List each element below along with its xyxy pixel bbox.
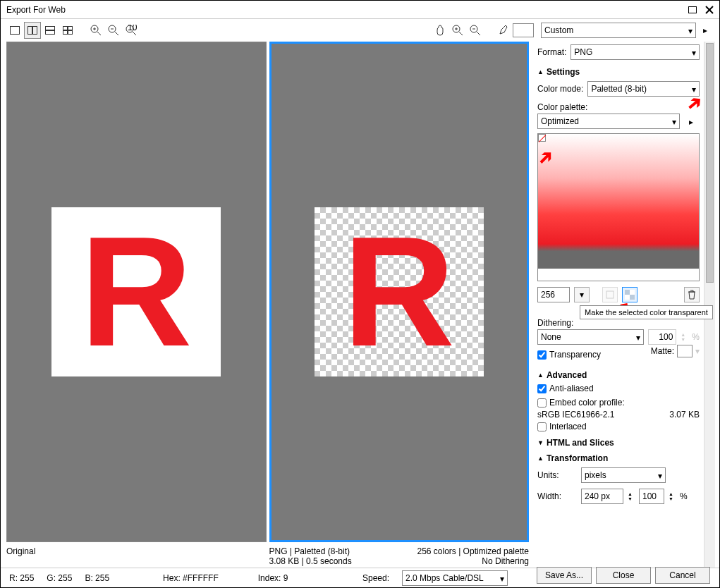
svg-rect-9 xyxy=(68,27,73,30)
interlaced-check[interactable] xyxy=(537,422,547,431)
status-hex: Hex: #FFFFFF xyxy=(163,573,219,583)
toolbar: 100 Custom ▾ ▸ xyxy=(1,19,719,42)
profile-size: 3.07 KB xyxy=(669,410,700,419)
close-icon[interactable] xyxy=(702,4,716,16)
matte-color xyxy=(677,345,692,357)
scrollbar[interactable] xyxy=(704,42,715,568)
palette-menu-icon[interactable]: ▸ xyxy=(683,114,700,130)
preview-optimized[interactable]: R xyxy=(269,42,530,542)
color-mode-label: Color mode: xyxy=(537,84,583,94)
svg-rect-5 xyxy=(33,27,37,35)
speed-combo[interactable]: 2.0 Mbps Cable/DSL▾ xyxy=(402,570,508,586)
chevron-down-icon: ▾ xyxy=(688,26,692,36)
preset-menu-icon[interactable]: ▸ xyxy=(697,22,714,39)
svg-rect-0 xyxy=(689,6,697,13)
svg-rect-29 xyxy=(606,291,614,298)
width-field[interactable]: 240 px xyxy=(581,489,623,504)
format-combo[interactable]: PNG▾ xyxy=(570,44,700,60)
profile-name: sRGB IEC61966-2.1 xyxy=(537,410,614,419)
svg-text:100: 100 xyxy=(128,25,137,32)
status-g: G: 255 xyxy=(47,573,72,583)
window-title: Export For Web xyxy=(4,5,683,15)
svg-rect-31 xyxy=(625,290,630,295)
opt-info-1l: PNG | Paletted (8-bit) xyxy=(269,546,350,556)
colors-count-field[interactable]: 256 xyxy=(537,287,570,302)
status-r: R: 255 xyxy=(9,573,34,583)
delete-color-icon[interactable] xyxy=(684,287,700,302)
preset-combo[interactable]: Custom ▾ xyxy=(541,23,696,38)
color-palette-grid[interactable]: ➔ xyxy=(537,133,700,281)
width-pct-field[interactable]: 100 xyxy=(639,489,664,504)
section-html[interactable]: ▼HTML and Slices xyxy=(537,438,700,448)
maximize-icon[interactable] xyxy=(685,4,700,16)
speed-label: Speed: xyxy=(362,573,389,583)
opt-info-2r: No Dithering xyxy=(482,556,529,566)
preview-original[interactable]: R xyxy=(6,42,267,542)
zoom-in-icon[interactable] xyxy=(87,22,104,39)
colors-dropdown-icon[interactable]: ▾ xyxy=(574,287,590,302)
side-panel: Format: PNG▾ ▲Settings Color mode: Palet… xyxy=(535,42,715,568)
eyedropper-icon[interactable] xyxy=(495,22,512,39)
svg-rect-6 xyxy=(46,27,55,30)
layout-2up-vert-icon[interactable] xyxy=(24,22,41,39)
svg-rect-11 xyxy=(68,31,73,35)
svg-line-13 xyxy=(97,32,101,35)
opt-info-2l: 3.08 KB | 0.5 seconds xyxy=(269,556,352,566)
zoom-100-icon[interactable]: 100 xyxy=(123,22,140,39)
status-b: B: 255 xyxy=(85,573,109,583)
make-transparent-icon[interactable] xyxy=(622,287,637,302)
tooltip: Make the selected color transparent xyxy=(580,305,713,319)
units-label: Units: xyxy=(537,470,577,480)
layout-4up-icon[interactable] xyxy=(59,22,76,39)
svg-rect-7 xyxy=(46,31,55,35)
matte-label: Matte: xyxy=(651,346,674,356)
embed-profile-check[interactable] xyxy=(537,398,547,408)
svg-line-27 xyxy=(477,32,480,35)
units-combo[interactable]: pixels▾ xyxy=(581,467,666,483)
opt-info-1r: 256 colors | Optimized palette xyxy=(417,546,529,556)
close-button[interactable]: Close xyxy=(596,567,651,584)
title-bar: Export For Web xyxy=(1,1,719,19)
cancel-button[interactable]: Cancel xyxy=(655,567,710,584)
dithering-label: Dithering: xyxy=(537,318,577,328)
svg-line-17 xyxy=(115,32,118,35)
transparent-swatch[interactable] xyxy=(538,134,546,142)
width-label: Width: xyxy=(537,491,577,501)
section-settings[interactable]: ▲Settings xyxy=(537,67,700,77)
zoom-in-tool-icon[interactable] xyxy=(449,22,466,39)
pan-icon[interactable] xyxy=(432,22,449,39)
svg-rect-4 xyxy=(28,27,32,35)
dithering-combo[interactable]: None▾ xyxy=(537,329,644,345)
original-label: Original xyxy=(6,546,267,556)
section-transform[interactable]: ▲Transformation xyxy=(537,453,700,463)
dither-amount: 100 xyxy=(648,329,676,345)
color-mode-combo[interactable]: Paletted (8-bit)▾ xyxy=(587,81,700,97)
layout-single-icon[interactable] xyxy=(6,22,23,39)
svg-rect-10 xyxy=(63,31,68,35)
section-advanced[interactable]: ▲Advanced xyxy=(537,370,700,380)
svg-rect-32 xyxy=(630,295,635,300)
zoom-out-icon[interactable] xyxy=(105,22,122,39)
layout-2up-horiz-icon[interactable] xyxy=(42,22,59,39)
color-palette-label: Color palette: xyxy=(537,102,700,112)
preset-value: Custom xyxy=(544,25,573,35)
eyedropper-color[interactable] xyxy=(513,23,534,37)
zoom-out-tool-icon[interactable] xyxy=(467,22,484,39)
save-button[interactable]: Save As... xyxy=(537,567,592,584)
status-index: Index: 9 xyxy=(258,573,288,583)
antialiased-check[interactable] xyxy=(537,384,547,393)
svg-rect-3 xyxy=(11,27,20,35)
svg-line-23 xyxy=(459,32,463,35)
svg-rect-8 xyxy=(63,27,68,30)
format-label: Format: xyxy=(537,47,566,57)
add-color-icon xyxy=(602,287,618,302)
color-palette-combo[interactable]: Optimized▾ xyxy=(537,114,680,129)
